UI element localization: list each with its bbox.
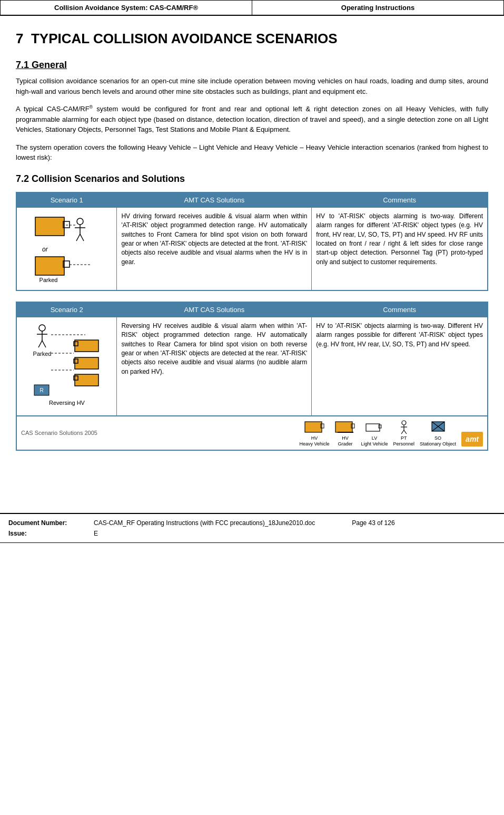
svg-line-14 xyxy=(38,341,42,347)
scenario2-table: Scenario 2 AMT CAS Solutions Comments xyxy=(16,302,488,451)
legend-icons: HVHeavy Vehicle HVGrader xyxy=(299,420,483,447)
parked-label-s2: Parked xyxy=(33,351,51,357)
svg-rect-8 xyxy=(35,257,64,275)
legend-cell: CAS Scenario Solutions 2005 HVHeavy Vehi… xyxy=(16,416,488,451)
section-72-title: 7.2 Collision Scenarios and Solutions xyxy=(16,173,488,185)
svg-point-33 xyxy=(402,421,406,425)
legend-grader-label: HVGrader xyxy=(338,435,352,447)
reversing-hv-label: Reversing HV xyxy=(49,400,85,406)
scenario2-diagram: Parked R xyxy=(33,322,101,411)
scenario1-diagram: or Parked xyxy=(33,212,101,286)
legend-grader-icon xyxy=(334,420,355,434)
scenario2-image: Parked R xyxy=(16,317,117,416)
svg-line-6 xyxy=(80,234,84,241)
scenario2-comments-text: HV to 'AT-RISK' objects alarming is two-… xyxy=(312,317,488,416)
page-footer: Document Number: CAS-CAM_RF Operating In… xyxy=(0,513,504,543)
legend-caption: CAS Scenario Solutions 2005 xyxy=(21,429,97,438)
scenario1-image: or Parked xyxy=(16,207,117,290)
scenario2-comments-header: Comments xyxy=(312,302,488,317)
scenario2-solutions-header: AMT CAS Solutions xyxy=(117,302,312,317)
legend-hv-label: HVHeavy Vehicle xyxy=(299,435,329,447)
svg-line-15 xyxy=(42,341,46,347)
section-71-title: 7.1 General xyxy=(16,60,488,71)
svg-rect-28 xyxy=(335,422,352,432)
legend-item-so: SOStationary Object xyxy=(420,420,456,447)
legend-content: CAS Scenario Solutions 2005 HVHeavy Vehi… xyxy=(21,420,483,447)
legend-item-pt: PTPersonnel xyxy=(393,420,415,447)
scenario2-label: Scenario 2 xyxy=(16,302,117,317)
legend-row: CAS Scenario Solutions 2005 HVHeavy Vehi… xyxy=(16,416,488,451)
svg-line-36 xyxy=(401,430,404,434)
reverse-icon-text: R xyxy=(39,387,43,393)
scenario1-label: Scenario 1 xyxy=(16,192,117,208)
amt-logo: amt xyxy=(461,432,483,447)
footer-doc-label: Document Number: xyxy=(6,518,91,528)
scenario1-solutions-header: AMT CAS Solutions xyxy=(117,192,312,208)
footer-doc-value: CAS-CAM_RF Operating Instructions (with … xyxy=(92,518,498,528)
page-header: Collision Avoidance System: CAS-CAM/RF® … xyxy=(0,0,504,16)
svg-rect-26 xyxy=(305,422,322,432)
footer-issue-label: Issue: xyxy=(6,529,91,538)
scenario1-comments-header: Comments xyxy=(312,192,488,208)
legend-pt-label: PTPersonnel xyxy=(393,435,415,447)
chapter-title: 7 TYPICAL COLLISION AVOIDANCE SCENARIOS xyxy=(16,31,488,47)
legend-hv-icon xyxy=(304,420,325,434)
footer-issue-value: E xyxy=(92,529,498,538)
svg-rect-0 xyxy=(35,217,64,236)
header-right-title: Operating Instructions xyxy=(252,1,503,15)
svg-line-37 xyxy=(404,430,407,434)
svg-point-2 xyxy=(77,218,83,225)
legend-item-lv: LVLight Vehicle xyxy=(361,420,388,447)
legend-so-label: SOStationary Object xyxy=(420,435,456,447)
svg-rect-31 xyxy=(366,424,380,431)
scenario1-solutions-text: HV driving forward receives audible & vi… xyxy=(117,207,312,290)
or-text: or xyxy=(42,246,48,253)
svg-point-11 xyxy=(39,325,45,331)
section-71-para2: A typical CAS-CAM/RF® system would be co… xyxy=(16,104,488,135)
section-71-para3: The system operation covers the followin… xyxy=(16,142,488,163)
legend-pt-icon xyxy=(399,420,409,434)
scenario2-solutions-text: Reversing HV receives audible & visual a… xyxy=(117,317,312,416)
header-left-title: Collision Avoidance System: CAS-CAM/RF® xyxy=(1,1,252,15)
legend-item-hv: HVHeavy Vehicle xyxy=(299,420,329,447)
legend-so-icon xyxy=(430,420,446,434)
scenario1-comments-text: HV to 'AT-RISK' objects alarming is two-… xyxy=(312,207,488,290)
section-71-para1: Typical collision avoidance scenarios fo… xyxy=(16,76,488,96)
legend-lv-label: LVLight Vehicle xyxy=(361,435,388,447)
svg-line-5 xyxy=(76,234,80,241)
scenario1-table: Scenario 1 AMT CAS Solutions Comments xyxy=(16,192,488,291)
legend-item-grader: HVGrader xyxy=(334,420,355,447)
parked-label-s1: Parked xyxy=(39,277,57,283)
footer-table: Document Number: CAS-CAM_RF Operating In… xyxy=(5,517,499,539)
main-content: 7 TYPICAL COLLISION AVOIDANCE SCENARIOS … xyxy=(0,16,504,497)
legend-lv-icon xyxy=(364,420,385,434)
